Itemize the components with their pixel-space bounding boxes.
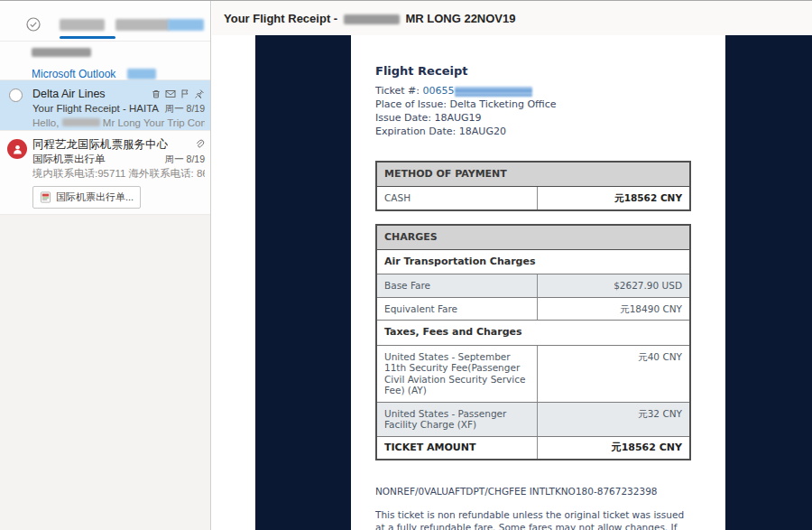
- mail-subject: Your Flight Receipt - HAITA...: [32, 101, 160, 116]
- mail-date: 周一 8/19: [165, 152, 205, 166]
- expiration-date-line: Expiration Date: 18AUG20: [375, 125, 691, 138]
- ticket-number-link[interactable]: 00655: [422, 85, 454, 97]
- active-tab-underline: [60, 36, 115, 39]
- ticket-amount-value: 元18562 CNY: [538, 437, 689, 460]
- table-row: Taxes, Fees and Charges: [377, 321, 689, 346]
- list-item-suggestion[interactable]: Microsoft Outlook: [0, 42, 210, 80]
- table-row: United States - September 11th Security …: [377, 346, 689, 403]
- charge-label: Base Fare: [377, 274, 538, 297]
- mail-date: 周一 8/19: [165, 101, 205, 116]
- disclaimer-text: This ticket is non refundable unless the…: [375, 509, 693, 530]
- paperclip-icon: [195, 137, 205, 152]
- suggestion-brand-label[interactable]: Microsoft Outlook: [32, 68, 115, 80]
- mail-hover-actions: [151, 88, 205, 99]
- redacted-sender-name: [32, 48, 91, 57]
- reading-pane: Your Flight Receipt - MR LONG 22NOV19 Fl…: [212, 1, 812, 530]
- ticket-amount-label: TICKET AMOUNT: [377, 437, 538, 460]
- payment-method: CASH: [377, 187, 538, 209]
- outlook-window: Microsoft Outlook Delta Air Lines: [0, 0, 812, 530]
- payment-amount: 元18562 CNY: [538, 187, 689, 209]
- mail-subject: 国际机票出行单: [32, 152, 106, 166]
- payment-table-header: METHOD OF PAYMENT: [377, 163, 689, 187]
- list-item-delta-receipt[interactable]: Delta Air Lines Your Flight Receipt - HA…: [0, 80, 210, 131]
- table-row: Air Transportation Charges: [377, 250, 689, 275]
- table-row: United States - Passenger Facility Charg…: [377, 403, 689, 437]
- mail-preview: 境内联系电话:95711 海外联系电话: 865128...: [32, 166, 205, 181]
- select-message-circle[interactable]: [9, 88, 23, 102]
- attachment-name: 国际机票出行单...: [56, 191, 134, 204]
- table-row: Base Fare $2627.90 USD: [377, 274, 689, 298]
- receipt-title: Flight Receipt: [375, 64, 691, 78]
- table-row: Equivalent Fare 元18490 CNY: [377, 298, 689, 321]
- charge-amount: 元32 CNY: [538, 403, 689, 436]
- endorsement-line: NONREF/0VALUAFTDPT/CHGFEE INTLTKNO180-87…: [375, 486, 691, 497]
- redacted-ticket-number: [455, 87, 532, 97]
- message-list-empty-area: [0, 215, 210, 530]
- attachment-chip[interactable]: 国际机票出行单...: [32, 186, 141, 209]
- email-background-left: [255, 35, 351, 530]
- charge-label: Equivalent Fare: [377, 298, 538, 321]
- charge-amount: 元40 CNY: [538, 346, 689, 402]
- table-row-total: TICKET AMOUNT 元18562 CNY: [377, 437, 689, 460]
- avatar: [7, 139, 27, 159]
- ticket-number-line: Ticket #: 00655: [375, 84, 691, 98]
- payment-table: METHOD OF PAYMENT CASH 元18562 CNY: [375, 161, 691, 211]
- table-row: CASH 元18562 CNY: [377, 187, 689, 209]
- charge-amount: 元18490 CNY: [538, 298, 689, 321]
- charges-table-header: CHARGES: [377, 226, 689, 250]
- mail-preview: Hello, Mr Long Your Trip Confirmat...: [32, 116, 205, 130]
- charge-label: United States - September 11th Security …: [377, 346, 538, 402]
- flight-receipt: Flight Receipt Ticket #: 00655 Place of …: [351, 35, 725, 530]
- email-body: Flight Receipt Ticket #: 00655 Place of …: [212, 35, 812, 530]
- mail-summary: 同程艺龙国际机票服务中心 国际机票出行单 周一 8/19 境内联系电话:9571…: [32, 137, 205, 209]
- redacted-subject-name: [344, 14, 400, 24]
- mail-gutter: [7, 87, 32, 125]
- list-item-tongcheng[interactable]: 同程艺龙国际机票服务中心 国际机票出行单 周一 8/19 境内联系电话:9571…: [0, 131, 210, 215]
- redacted-suggestion-chip: [127, 69, 156, 79]
- pin-icon[interactable]: [194, 88, 205, 99]
- tab-other-redacted[interactable]: [115, 19, 170, 31]
- mail-gutter: [7, 137, 32, 209]
- file-icon: [40, 191, 51, 203]
- message-list-pane: Microsoft Outlook Delta Air Lines: [0, 1, 211, 530]
- charges-section-label: Air Transportation Charges: [377, 250, 689, 274]
- filter-button-redacted[interactable]: [168, 19, 204, 31]
- mail-summary: Delta Air Lines Your Flight Receipt - HA…: [32, 87, 205, 125]
- person-icon: [12, 144, 23, 155]
- charge-amount: $2627.90 USD: [538, 274, 689, 297]
- mail-sender: 同程艺龙国际机票服务中心: [32, 137, 168, 152]
- tab-focused-redacted[interactable]: [60, 19, 105, 31]
- charge-label: United States - Passenger Facility Charg…: [377, 403, 538, 436]
- place-of-issue-line: Place of Issue: Delta Ticketing Office: [375, 98, 691, 111]
- redacted-name: [62, 118, 100, 126]
- select-all-circle-check-icon[interactable]: [26, 17, 41, 32]
- mail-icon[interactable]: [165, 88, 176, 99]
- trash-icon[interactable]: [151, 88, 161, 99]
- flag-icon[interactable]: [180, 88, 190, 99]
- mail-sender: Delta Air Lines: [32, 87, 106, 101]
- charges-table: CHARGES Air Transportation Charges Base …: [375, 224, 691, 461]
- issue-date-line: Issue Date: 18AUG19: [375, 111, 691, 125]
- email-background-right: [725, 35, 812, 530]
- charges-section-label: Taxes, Fees and Charges: [377, 321, 689, 345]
- message-list-toolbar: [0, 1, 210, 42]
- reading-pane-subject: Your Flight Receipt - MR LONG 22NOV19: [212, 1, 812, 35]
